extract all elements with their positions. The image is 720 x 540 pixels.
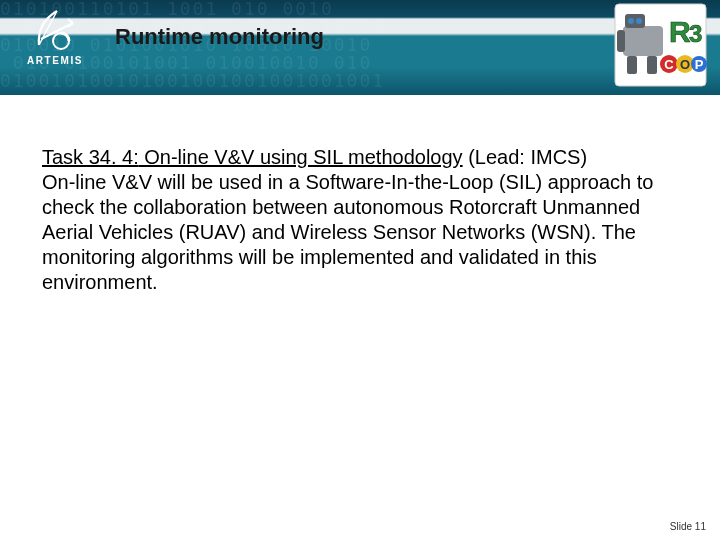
task-heading: Task 34. 4: On-line V&V using SIL method… bbox=[42, 145, 678, 170]
artemis-logo: ARTEMIS bbox=[10, 5, 100, 90]
slide-content: Task 34. 4: On-line V&V using SIL method… bbox=[0, 95, 720, 315]
header-band: 010100110101 1001 010 0010 01001 010 010… bbox=[0, 0, 720, 95]
svg-text:P: P bbox=[695, 57, 704, 72]
artemis-bow-icon bbox=[31, 5, 79, 53]
task-name: On-line V&V using SIL methodology bbox=[139, 146, 463, 168]
r3-text: R bbox=[669, 15, 691, 48]
svg-rect-6 bbox=[627, 56, 637, 74]
svg-text:3: 3 bbox=[689, 20, 702, 47]
slide-title: Runtime monitoring bbox=[115, 24, 324, 50]
artemis-logo-text: ARTEMIS bbox=[27, 55, 83, 66]
svg-rect-8 bbox=[617, 30, 625, 52]
svg-rect-7 bbox=[647, 56, 657, 74]
svg-text:O: O bbox=[680, 57, 690, 72]
r3cop-logo: R 3 C O P bbox=[613, 2, 708, 88]
task-label: Task 34. 4: bbox=[42, 146, 139, 168]
task-body: On-line V&V will be used in a Software-I… bbox=[42, 170, 678, 295]
task-lead: (Lead: IMCS) bbox=[463, 146, 587, 168]
header-binary-decor: 010100110101 1001 010 0010 01001 010 010… bbox=[0, 0, 720, 95]
svg-point-5 bbox=[636, 18, 642, 24]
svg-text:C: C bbox=[664, 57, 674, 72]
slide-number: Slide 11 bbox=[670, 521, 706, 532]
svg-rect-2 bbox=[623, 26, 663, 56]
title-area: Runtime monitoring bbox=[115, 24, 324, 50]
svg-point-4 bbox=[628, 18, 634, 24]
